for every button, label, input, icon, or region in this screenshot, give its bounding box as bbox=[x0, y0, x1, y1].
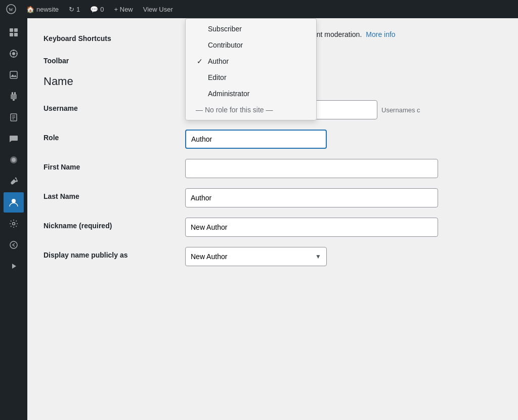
display-name-select[interactable]: New Author ▼ bbox=[185, 247, 327, 266]
svg-rect-4 bbox=[10, 33, 13, 36]
role-option-editor[interactable]: Editor bbox=[186, 69, 316, 86]
role-no-role-label: — No role for this site — bbox=[196, 106, 273, 114]
nickname-row: Nickname (required) bbox=[44, 218, 502, 237]
admin-bar: W 🏠 newsite ↻ 1 💬 0 + New View User bbox=[0, 0, 518, 18]
role-author-label: Author bbox=[208, 57, 229, 65]
wp-logo[interactable]: W bbox=[4, 2, 18, 16]
role-field: Subscriber Contributor ✓ Author Editor bbox=[185, 130, 502, 149]
view-user-label: View User bbox=[143, 6, 173, 13]
sidebar-pages-icon[interactable] bbox=[4, 107, 24, 128]
role-option-no-role[interactable]: — No role for this site — bbox=[186, 102, 316, 118]
role-administrator-label: Administrator bbox=[208, 90, 249, 98]
main-content: Keyboard Shortcuts Enable keyboard short… bbox=[27, 18, 518, 420]
svg-rect-2 bbox=[10, 28, 13, 32]
sidebar-play-icon[interactable] bbox=[4, 256, 24, 276]
role-select-button[interactable]: Author bbox=[185, 130, 327, 149]
home-icon: 🏠 bbox=[26, 6, 34, 13]
role-editor-label: Editor bbox=[208, 73, 227, 81]
svg-rect-5 bbox=[14, 33, 18, 36]
updates-icon: ↻ bbox=[69, 6, 74, 13]
first-name-label: First Name bbox=[44, 159, 185, 171]
sidebar-settings-icon[interactable] bbox=[4, 214, 24, 234]
svg-point-6 bbox=[12, 52, 15, 55]
adminbar-new[interactable]: + New bbox=[110, 0, 137, 18]
role-row: Role Subscriber Contributor ✓ Author bbox=[44, 130, 502, 149]
svg-marker-26 bbox=[12, 264, 16, 269]
svg-point-24 bbox=[13, 223, 15, 225]
keyboard-shortcuts-label: Keyboard Shortcuts bbox=[44, 30, 185, 43]
nickname-input[interactable] bbox=[185, 218, 438, 237]
check-author: ✓ bbox=[196, 57, 204, 65]
display-name-field: New Author ▼ bbox=[185, 247, 502, 266]
sidebar-media-icon[interactable] bbox=[4, 65, 24, 85]
svg-text:W: W bbox=[9, 7, 13, 12]
comments-count: 0 bbox=[100, 6, 104, 13]
comments-icon: 💬 bbox=[90, 6, 98, 13]
sidebar-collapse-icon[interactable] bbox=[4, 235, 24, 255]
updates-count: 1 bbox=[76, 6, 80, 13]
first-name-input[interactable] bbox=[185, 159, 438, 178]
username-hint: Usernames c bbox=[381, 106, 420, 114]
last-name-field bbox=[185, 188, 502, 207]
sidebar-appearance-icon[interactable] bbox=[4, 150, 24, 170]
nickname-label: Nickname (required) bbox=[44, 218, 185, 230]
toolbar-label: Toolbar bbox=[44, 53, 185, 65]
nickname-field bbox=[185, 218, 502, 237]
last-name-row: Last Name bbox=[44, 188, 502, 207]
chevron-down-icon: ▼ bbox=[315, 253, 321, 260]
display-name-row: Display name publicly as New Author ▼ bbox=[44, 247, 502, 266]
adminbar-view-user[interactable]: View User bbox=[139, 0, 177, 18]
sidebar-tools-icon[interactable] bbox=[4, 171, 24, 191]
site-name: newsite bbox=[36, 6, 59, 13]
more-info-link[interactable]: More info bbox=[366, 30, 395, 38]
adminbar-updates[interactable]: ↻ 1 bbox=[65, 0, 84, 18]
svg-point-25 bbox=[10, 241, 17, 248]
sidebar bbox=[0, 18, 27, 420]
display-name-value: New Author bbox=[191, 253, 227, 261]
svg-point-23 bbox=[12, 199, 16, 203]
role-option-contributor[interactable]: Contributor bbox=[186, 37, 316, 53]
role-label: Role bbox=[44, 130, 185, 142]
role-option-subscriber[interactable]: Subscriber bbox=[186, 21, 316, 37]
first-name-row: First Name bbox=[44, 159, 502, 178]
adminbar-site[interactable]: 🏠 newsite bbox=[22, 0, 63, 18]
sidebar-comments-icon[interactable] bbox=[4, 129, 24, 149]
role-subscriber-label: Subscriber bbox=[208, 25, 242, 33]
svg-rect-16 bbox=[13, 99, 15, 101]
svg-point-22 bbox=[12, 158, 16, 162]
sidebar-dashboard-icon[interactable] bbox=[4, 22, 24, 43]
display-name-label: Display name publicly as bbox=[44, 247, 185, 259]
last-name-label: Last Name bbox=[44, 188, 185, 200]
role-contributor-label: Contributor bbox=[208, 41, 243, 49]
sidebar-plugins-icon[interactable] bbox=[4, 86, 24, 106]
svg-rect-3 bbox=[14, 28, 18, 32]
svg-rect-12 bbox=[10, 71, 17, 78]
role-dropdown-menu: Subscriber Contributor ✓ Author Editor bbox=[185, 18, 317, 120]
first-name-field bbox=[185, 159, 502, 178]
role-option-author[interactable]: ✓ Author bbox=[186, 53, 316, 69]
sidebar-users-icon[interactable] bbox=[4, 192, 24, 213]
sidebar-posts-icon[interactable] bbox=[4, 44, 24, 64]
adminbar-comments[interactable]: 💬 0 bbox=[86, 0, 108, 18]
username-label: Username bbox=[44, 100, 185, 112]
role-selected-value: Author bbox=[191, 135, 212, 143]
new-label: + New bbox=[114, 6, 133, 13]
role-option-administrator[interactable]: Administrator bbox=[186, 86, 316, 102]
last-name-input[interactable] bbox=[185, 188, 438, 207]
svg-rect-15 bbox=[11, 94, 17, 99]
